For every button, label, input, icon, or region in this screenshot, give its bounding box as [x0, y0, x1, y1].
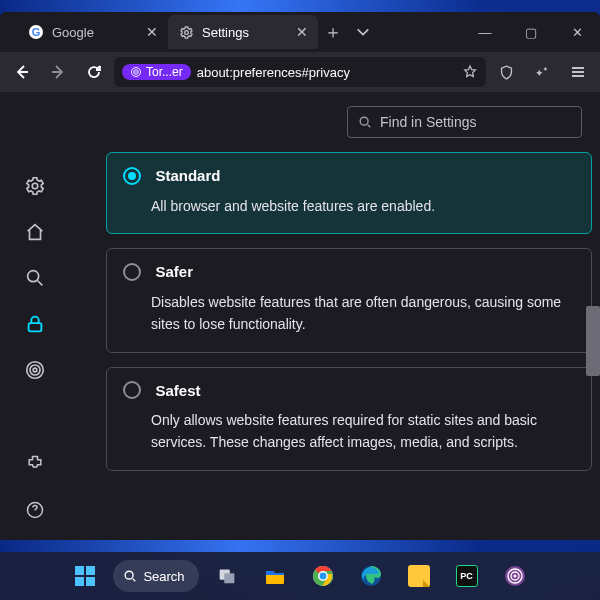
identity-badge[interactable]: Tor...er — [122, 64, 191, 80]
reload-button[interactable] — [78, 57, 110, 87]
window-controls: — ▢ ✕ — [462, 12, 600, 52]
svg-point-25 — [513, 575, 516, 578]
svg-point-11 — [30, 365, 40, 375]
tab-list-button[interactable] — [348, 17, 378, 47]
url-text: about:preferences#privacy — [197, 65, 350, 80]
file-explorer-icon[interactable] — [255, 556, 295, 596]
security-level-safer[interactable]: Safer Disables website features that are… — [106, 248, 592, 352]
back-button[interactable] — [6, 57, 38, 87]
svg-rect-16 — [224, 573, 234, 583]
svg-rect-9 — [29, 323, 42, 331]
find-placeholder: Find in Settings — [380, 114, 477, 130]
window-close-button[interactable]: ✕ — [554, 12, 600, 52]
taskbar-search[interactable]: Search — [113, 560, 198, 592]
radio-icon — [123, 167, 141, 185]
level-title: Safest — [155, 382, 200, 399]
level-title: Safer — [155, 263, 193, 280]
close-tab-icon[interactable]: ✕ — [296, 24, 308, 40]
scrollbar-thumb[interactable] — [586, 306, 600, 376]
nav-toolbar: Tor...er about:preferences#privacy — [0, 52, 600, 92]
settings-sidenav — [0, 146, 70, 540]
svg-point-8 — [28, 271, 39, 282]
chrome-icon[interactable] — [303, 556, 343, 596]
app-menu-button[interactable] — [562, 57, 594, 87]
start-button[interactable] — [65, 556, 105, 596]
svg-point-14 — [126, 571, 134, 579]
taskbar-search-label: Search — [143, 569, 184, 584]
nav-general-icon[interactable] — [23, 174, 47, 198]
find-in-settings-input[interactable]: Find in Settings — [347, 106, 582, 138]
nav-help-icon[interactable] — [23, 498, 47, 522]
sticky-notes-icon[interactable] — [399, 556, 439, 596]
tab-label: Google — [52, 25, 94, 40]
tab-strip: G Google ✕ Settings ✕ ＋ — ▢ ✕ — [0, 12, 600, 52]
nav-privacy-icon[interactable] — [23, 312, 47, 336]
window-maximize-button[interactable]: ▢ — [508, 12, 554, 52]
edge-icon[interactable] — [351, 556, 391, 596]
forward-button[interactable] — [42, 57, 74, 87]
nav-extensions-icon[interactable] — [23, 452, 47, 476]
svg-point-7 — [32, 183, 38, 189]
tab-label: Settings — [202, 25, 249, 40]
svg-point-12 — [33, 368, 37, 372]
gear-icon — [178, 24, 194, 40]
shield-icon[interactable] — [490, 57, 522, 87]
sparkle-icon[interactable] — [526, 57, 558, 87]
svg-point-6 — [360, 117, 368, 125]
window-minimize-button[interactable]: — — [462, 12, 508, 52]
security-level-safest[interactable]: Safest Only allows website features requ… — [106, 367, 592, 471]
radio-icon — [123, 263, 141, 281]
tab-settings[interactable]: Settings ✕ — [168, 15, 318, 49]
windows-taskbar: Search PC — [0, 552, 600, 600]
bookmark-star-icon[interactable] — [462, 64, 478, 80]
svg-point-5 — [135, 71, 137, 73]
nav-connection-icon[interactable] — [23, 358, 47, 382]
tor-browser-icon[interactable] — [495, 556, 535, 596]
level-desc: Disables website features that are often… — [151, 292, 575, 335]
radio-icon — [123, 381, 141, 399]
svg-text:G: G — [32, 26, 41, 38]
level-title: Standard — [155, 167, 220, 184]
browser-window: G Google ✕ Settings ✕ ＋ — ▢ ✕ — [0, 12, 600, 540]
task-view-button[interactable] — [207, 556, 247, 596]
level-desc: Only allows website features required fo… — [151, 410, 575, 453]
windows-logo-icon — [75, 566, 95, 586]
tab-google[interactable]: G Google ✕ — [18, 15, 168, 49]
level-desc: All browser and website features are ena… — [151, 196, 575, 218]
google-favicon-icon: G — [28, 24, 44, 40]
security-level-panel: Standard All browser and website feature… — [70, 146, 600, 540]
new-tab-button[interactable]: ＋ — [318, 17, 348, 47]
svg-point-2 — [184, 30, 188, 34]
pycharm-icon[interactable]: PC — [447, 556, 487, 596]
url-bar[interactable]: Tor...er about:preferences#privacy — [114, 57, 486, 87]
identity-label: Tor...er — [146, 65, 183, 79]
nav-home-icon[interactable] — [23, 220, 47, 244]
security-level-standard[interactable]: Standard All browser and website feature… — [106, 152, 592, 234]
close-tab-icon[interactable]: ✕ — [146, 24, 158, 40]
nav-search-icon[interactable] — [23, 266, 47, 290]
settings-content: Find in Settings — [0, 92, 600, 540]
